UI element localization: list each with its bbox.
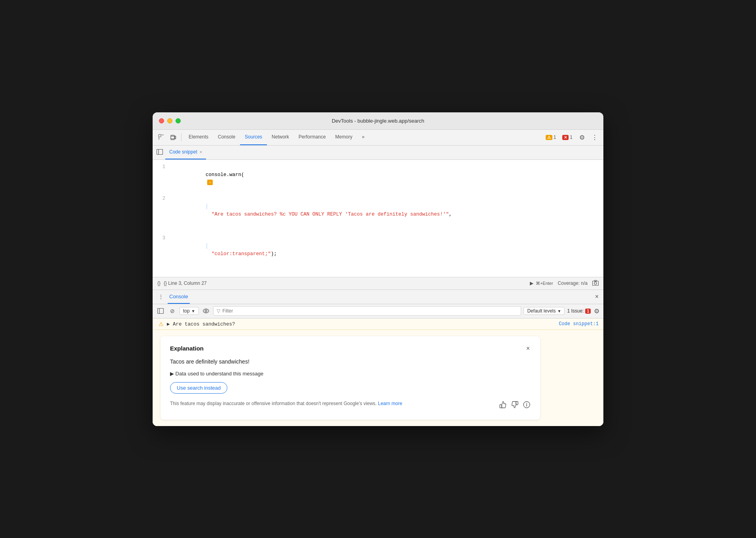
issues-button[interactable]: 1 Issue: 1: [567, 308, 591, 314]
console-content: ⚠ ▶ Are tacos sandwiches? Code snippet:1…: [153, 318, 603, 426]
coverage-info: Coverage: n/a: [558, 280, 588, 286]
console-tab-label[interactable]: Console: [168, 290, 190, 304]
tab-more[interactable]: »: [357, 130, 369, 145]
tab-sources[interactable]: Sources: [240, 130, 267, 145]
thumbs-down-icon[interactable]: [511, 401, 519, 412]
context-label: top: [183, 308, 190, 314]
default-levels-selector[interactable]: Default levels ▼: [524, 307, 565, 315]
code-editor[interactable]: 1 console.warn( ⚠ 2 "Are tacos sandwiche…: [153, 160, 603, 277]
warn-badge[interactable]: ⚠ 1: [543, 134, 559, 141]
main-toolbar: Elements Console Sources Network Perform…: [153, 130, 603, 146]
explanation-close-icon[interactable]: ×: [525, 344, 531, 353]
svg-rect-1: [171, 135, 174, 140]
status-right: ▶ ⌘+Enter Coverage: n/a: [530, 280, 599, 287]
status-bar: {} {} Line 3, Column 27 ▶ ⌘+Enter Covera…: [153, 277, 603, 290]
default-levels-label: Default levels: [527, 308, 556, 314]
cursor-icon[interactable]: [156, 132, 167, 143]
line-content-3: "color:transparent;");: [170, 234, 600, 274]
console-settings-icon[interactable]: ⚙: [593, 307, 600, 316]
sidebar-toggle-icon[interactable]: [156, 148, 164, 157]
data-row-label: ▶ Data used to understand this message: [170, 371, 263, 377]
svg-point-12: [203, 309, 209, 313]
snippet-tab[interactable]: Code snippet ×: [165, 146, 206, 159]
svg-rect-14: [500, 405, 502, 408]
issues-error-icon: 1: [585, 309, 591, 314]
explanation-card: Explanation × Tacos are definitely sandw…: [161, 336, 540, 420]
error-icon: ✕: [562, 135, 569, 140]
cursor-position: {} Line 3, Column 27: [164, 280, 207, 286]
code-line-2: 2 "Are tacos sandwiches? %c YOU CAN ONLY…: [153, 195, 603, 234]
svg-rect-15: [516, 402, 518, 405]
tab-performance[interactable]: Performance: [294, 130, 331, 145]
close-button[interactable]: [159, 118, 164, 123]
thumbs-up-icon[interactable]: [499, 401, 507, 412]
titlebar: DevTools - bubble-jingle.web.app/search: [153, 112, 603, 130]
format-icon[interactable]: {}: [157, 280, 161, 286]
svg-rect-5: [157, 149, 163, 154]
snippet-tab-label: Code snippet: [169, 149, 197, 155]
snippet-tab-close-icon[interactable]: ×: [200, 150, 202, 154]
console-source-link[interactable]: Code snippet:1: [559, 321, 599, 327]
warning-triangle-icon: ⚠: [159, 321, 164, 327]
line-number-3: 3: [156, 235, 170, 242]
clear-console-icon[interactable]: ⊘: [168, 306, 177, 316]
tab-memory[interactable]: Memory: [331, 130, 357, 145]
console-warning-row[interactable]: ⚠ ▶ Are tacos sandwiches? Code snippet:1: [153, 318, 603, 330]
use-search-button[interactable]: Use search instead: [170, 382, 227, 394]
run-triangle-icon: ▶: [530, 280, 533, 286]
svg-rect-7: [593, 281, 599, 285]
screenshot-icon[interactable]: [592, 280, 599, 287]
warn-icon: ⚠: [546, 135, 552, 140]
explanation-title: Explanation: [170, 345, 204, 352]
console-toolbar: ⊘ top ▼ ▽ Default levels ▼: [153, 304, 603, 318]
device-icon[interactable]: [168, 132, 179, 143]
warn-count: 1: [554, 134, 556, 140]
filter-container: ▽: [213, 306, 522, 316]
warn-inline-icon: ⚠: [207, 180, 213, 185]
disclaimer-section: This feature may display inaccurate or o…: [170, 400, 531, 412]
tab-console[interactable]: Console: [213, 130, 240, 145]
chevron-down-icon: ▼: [191, 309, 195, 313]
explanation-header: Explanation ×: [170, 344, 531, 353]
minimize-button[interactable]: [167, 118, 172, 123]
eye-icon[interactable]: [201, 306, 211, 316]
line-content-2: "Are tacos sandwiches? %c YOU CAN ONLY R…: [170, 195, 600, 234]
toolbar-separator: [181, 133, 181, 141]
issues-label: 1 Issue:: [567, 308, 584, 314]
svg-rect-10: [158, 309, 164, 314]
settings-icon[interactable]: ⚙: [576, 132, 588, 143]
maximize-button[interactable]: [176, 118, 181, 123]
learn-more-link[interactable]: Learn more: [378, 401, 402, 406]
explanation-body-text: Tacos are definitely sandwiches!: [170, 358, 531, 366]
console-menu-icon[interactable]: ⋮: [156, 293, 166, 301]
snippet-tabbar: Code snippet ×: [153, 146, 603, 160]
svg-point-18: [526, 403, 527, 404]
code-line-1: 1 console.warn( ⚠: [153, 163, 603, 195]
line-number-2: 2: [156, 195, 170, 203]
panel-area: Code snippet × 1 console.warn( ⚠ 2: [153, 146, 603, 426]
run-button[interactable]: ▶ ⌘+Enter: [530, 280, 553, 286]
feedback-icons: [499, 401, 531, 412]
tab-bar: Elements Console Sources Network Perform…: [184, 130, 542, 145]
info-icon[interactable]: [523, 401, 531, 412]
filter-input[interactable]: [223, 308, 518, 314]
error-badge[interactable]: ✕ 1: [560, 134, 575, 141]
status-left: {} {} Line 3, Column 27: [157, 280, 207, 286]
explanation-area: Explanation × Tacos are definitely sandw…: [153, 330, 603, 426]
traffic-lights: [159, 118, 181, 123]
toolbar-right: ⚠ 1 ✕ 1 ⚙ ⋮: [543, 132, 600, 143]
more-options-icon[interactable]: ⋮: [589, 132, 600, 143]
svg-rect-0: [159, 134, 161, 137]
line-content-1: console.warn( ⚠: [170, 163, 600, 195]
error-count: 1: [570, 134, 573, 140]
devtools-body: Elements Console Sources Network Perform…: [153, 130, 603, 426]
use-search-label: Use search instead: [177, 385, 221, 391]
tab-network[interactable]: Network: [267, 130, 294, 145]
data-used-row[interactable]: ▶ Data used to understand this message: [170, 371, 531, 377]
levels-chevron-icon: ▼: [558, 309, 561, 313]
tab-elements[interactable]: Elements: [184, 130, 213, 145]
run-shortcut: ⌘+Enter: [536, 281, 553, 286]
context-selector[interactable]: top ▼: [180, 307, 199, 315]
sidebar-toggle-console-icon[interactable]: [156, 306, 165, 316]
console-close-icon[interactable]: ×: [593, 292, 600, 302]
